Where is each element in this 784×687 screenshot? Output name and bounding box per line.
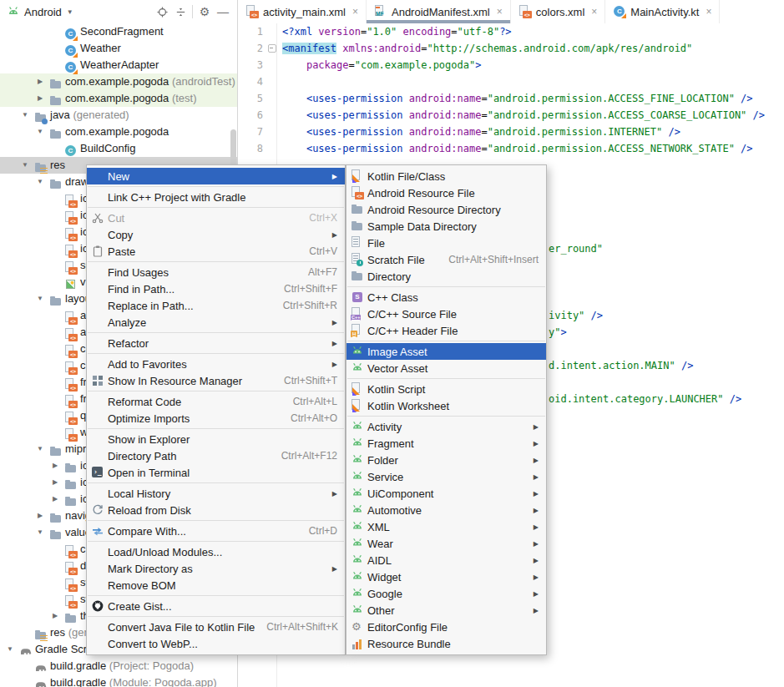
code-line[interactable]: <uses-permission android:name="android.p… [282,140,753,157]
menu-item-directory-path[interactable]: Directory PathCtrl+Alt+F12 [87,447,345,464]
fold-marker-icon[interactable] [268,44,276,53]
collapsed-arrow-icon[interactable]: ▶ [49,474,61,491]
menu-item-show-in-resource-manager[interactable]: Show In Resource ManagerCtrl+Shift+T [87,372,345,389]
menu-item-google[interactable]: Google▶ [346,585,546,602]
menu-item-link-c-project-with-gradle[interactable]: Link C++ Project with Gradle [87,189,345,205]
menu-item-resource-bundle[interactable]: Resource Bundle [346,635,546,652]
tree-item-com-example-pogoda[interactable]: ▶com.example.pogoda (test) [0,90,237,107]
menu-item-paste[interactable]: PasteCtrl+V [87,243,345,260]
menu-item-editorconfig-file[interactable]: EditorConfig File [346,619,546,635]
chevron-down-icon[interactable]: ▼ [67,8,73,16]
tab-close-icon[interactable]: × [497,6,503,18]
settings-gear-icon[interactable]: ⚙ [195,3,214,21]
menu-item-convert-to-webp-[interactable]: Convert to WebP... [87,635,345,652]
menu-item-analyze[interactable]: Analyze▶ [87,314,345,331]
menu-item-new[interactable]: New▶ [87,168,345,184]
expanded-arrow-icon[interactable]: ▼ [19,107,31,124]
menu-item-cut[interactable]: CutCtrl+X [87,210,345,226]
tree-item-build-gradle[interactable]: build.gradle (Module: Pogoda.app) [0,674,237,687]
menu-item-file[interactable]: File [346,235,546,251]
menu-item-copy[interactable]: Copy▶ [87,226,345,243]
menu-item-sample-data-directory[interactable]: Sample Data Directory [346,218,546,235]
collapsed-arrow-icon[interactable]: ▶ [34,90,46,107]
menu-item-create-gist-[interactable]: Create Gist... [87,598,345,614]
collapsed-arrow-icon[interactable]: ▶ [34,73,46,90]
menu-item-wear[interactable]: Wear▶ [346,535,546,552]
tab-close-icon[interactable]: × [352,6,358,18]
expanded-arrow-icon[interactable]: ▼ [34,174,46,190]
code-fragment[interactable]: er_round" [549,240,603,257]
tree-item-secondfragment[interactable]: SecondFragment [0,23,237,40]
code-line[interactable]: <uses-permission android:name="android.p… [282,90,753,107]
code-line[interactable]: <manifest xmlns:android="http://schemas.… [282,40,692,57]
code-line[interactable]: <?xml version="1.0" encoding="utf-8"?> [282,23,512,40]
code-line[interactable]: <uses-permission android:name="android.p… [282,124,680,140]
menu-item-reformat-code[interactable]: Reformat CodeCtrl+Alt+L [87,393,345,410]
menu-item-other[interactable]: Other▶ [346,602,546,619]
menu-item-show-in-explorer[interactable]: Show in Explorer [87,431,345,447]
menu-item-xml[interactable]: XML▶ [346,518,546,535]
menu-item-open-in-terminal[interactable]: Open in Terminal [87,464,345,481]
menu-item-vector-asset[interactable]: Vector Asset [346,360,546,376]
menu-item-kotlin-worksheet[interactable]: Kotlin Worksheet [346,397,546,414]
menu-item-activity[interactable]: Activity▶ [346,418,546,435]
menu-item-find-usages[interactable]: Find UsagesAlt+F7 [87,264,345,280]
hide-panel-icon[interactable]: — [214,3,232,21]
menu-item-mark-directory-as[interactable]: Mark Directory as▶ [87,560,345,577]
menu-item-automotive[interactable]: Automotive▶ [346,502,546,518]
code-line[interactable]: <uses-permission android:name="android.p… [282,107,765,124]
tab-close-icon[interactable]: × [706,6,711,18]
tab-colors.xml[interactable]: colors.xml× [511,0,606,23]
menu-item-load-unload-modules-[interactable]: Load/Unload Modules... [87,543,345,560]
menu-item-image-asset[interactable]: Image Asset [346,343,546,360]
expanded-arrow-icon[interactable]: ▼ [4,641,16,658]
menu-item-aidl[interactable]: AIDL▶ [346,552,546,568]
expanded-arrow-icon[interactable]: ▼ [34,290,46,307]
menu-item-reload-from-disk[interactable]: Reload from Disk [87,502,345,518]
code-fragment[interactable]: oid.intent.category.LAUNCHER" /> [549,391,741,407]
menu-item-kotlin-script[interactable]: Kotlin Script [346,381,546,397]
menu-item-c-class[interactable]: C++ Class [346,289,546,306]
menu-item-add-to-favorites[interactable]: Add to Favorites▶ [87,356,345,372]
menu-item-uicomponent[interactable]: UiComponent▶ [346,485,546,502]
code-fragment[interactable]: d.intent.action.MAIN" /> [549,357,693,374]
tree-item-com-example-pogoda[interactable]: ▶com.example.pogoda (androidTest) [0,73,237,90]
tree-scrollbar[interactable] [230,129,236,166]
tab-AndroidManifest.xml[interactable]: AndroidManifest.xml× [367,0,511,23]
menu-item-c-c-header-file[interactable]: HC/C++ Header File [346,322,546,339]
collapsed-arrow-icon[interactable]: ▶ [49,491,61,508]
locate-file-icon[interactable] [153,3,171,21]
menu-item-widget[interactable]: Widget▶ [346,568,546,585]
collapsed-arrow-icon[interactable]: ▶ [49,457,61,474]
expanded-arrow-icon[interactable]: ▼ [34,124,46,140]
code-fragment[interactable]: ivity" /> [549,307,603,324]
tree-item-weatheradapter[interactable]: WeatherAdapter [0,57,237,73]
tab-activity_main.xml[interactable]: activity_main.xml× [238,0,367,23]
menu-item-scratch-file[interactable]: Scratch FileCtrl+Alt+Shift+Insert [346,251,546,268]
code-line[interactable]: package="com.example.pogoda"> [282,57,481,73]
tree-item-weather[interactable]: Weather [0,40,237,57]
tree-item-java[interactable]: ▼java (generated) [0,107,237,124]
tab-close-icon[interactable]: × [591,6,597,18]
menu-item-find-in-path-[interactable]: Find in Path...Ctrl+Shift+F [87,280,345,297]
tab-MainActivity.kt[interactable]: MainActivity.kt× [605,0,720,23]
menu-item-convert-java-file-to-kotlin-file[interactable]: Convert Java File to Kotlin FileCtrl+Alt… [87,619,345,635]
menu-item-fragment[interactable]: Fragment▶ [346,435,546,452]
project-view-selector[interactable]: Android [24,6,62,18]
collapse-all-icon[interactable] [171,3,190,21]
menu-item-replace-in-path-[interactable]: Replace in Path...Ctrl+Shift+R [87,297,345,314]
menu-item-kotlin-file-class[interactable]: Kotlin File/Class [346,168,546,184]
expanded-arrow-icon[interactable]: ▼ [34,441,46,457]
code-fragment[interactable]: y"> [549,324,567,341]
menu-item-android-resource-file[interactable]: Android Resource File [346,184,546,201]
menu-item-local-history[interactable]: Local History▶ [87,485,345,502]
menu-item-refactor[interactable]: Refactor▶ [87,335,345,351]
tree-item-build-gradle[interactable]: build.gradle (Project: Pogoda) [0,658,237,674]
menu-item-c-c-source-file[interactable]: C++C/C++ Source File [346,306,546,322]
collapsed-arrow-icon[interactable]: ▶ [34,508,46,524]
menu-item-folder[interactable]: Folder▶ [346,452,546,468]
expanded-arrow-icon[interactable]: ▼ [34,524,46,541]
menu-item-optimize-imports[interactable]: Optimize ImportsCtrl+Alt+O [87,410,345,427]
menu-item-android-resource-directory[interactable]: Android Resource Directory [346,201,546,218]
menu-item-remove-bom[interactable]: Remove BOM [87,577,345,594]
